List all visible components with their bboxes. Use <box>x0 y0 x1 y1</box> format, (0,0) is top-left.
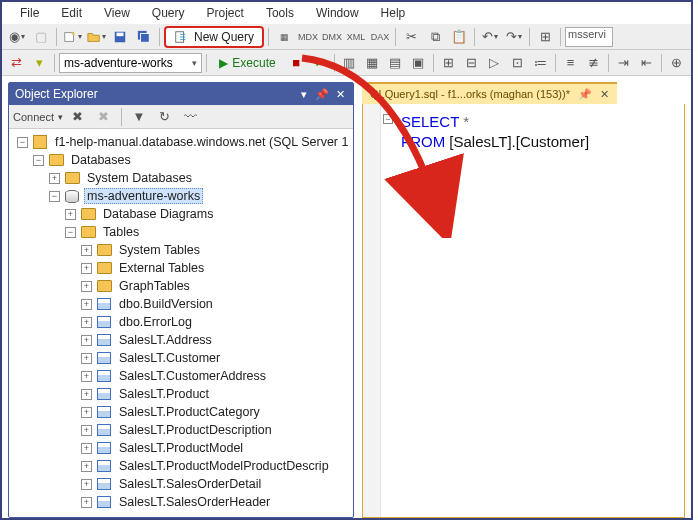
collapse-icon[interactable]: − <box>17 137 28 148</box>
refresh-button[interactable]: ↻ <box>154 106 176 128</box>
tree-db-diagrams-node[interactable]: +Database Diagrams <box>9 205 353 223</box>
plan-button[interactable]: ▥ <box>339 52 360 74</box>
stop-button[interactable]: ■ <box>286 52 307 74</box>
execute-button[interactable]: ▶ Execute <box>211 52 283 74</box>
expand-icon[interactable]: + <box>81 317 92 328</box>
expand-icon[interactable]: + <box>81 263 92 274</box>
menu-view[interactable]: View <box>94 4 140 22</box>
pin-icon[interactable]: 📌 <box>315 87 329 101</box>
sql-editor[interactable]: − SELECT * FROM [SalesLT].[Customer] <box>362 104 685 518</box>
open-button[interactable]: ▾ <box>85 26 107 48</box>
opt2-button[interactable]: ≔ <box>530 52 551 74</box>
properties-button[interactable]: ⊞ <box>534 26 556 48</box>
tree-table-node[interactable]: +SalesLT.ProductDescription <box>9 421 353 439</box>
expand-icon[interactable]: + <box>81 389 92 400</box>
editor-tab[interactable]: QLQuery1.sql - f1...orks (maghan (153))*… <box>362 82 617 104</box>
quick-launch-input[interactable]: msservi <box>565 27 613 47</box>
undo-button[interactable]: ↶▾ <box>479 26 501 48</box>
tree-external-tables-node[interactable]: +External Tables <box>9 259 353 277</box>
expand-icon[interactable]: + <box>81 425 92 436</box>
expand-icon[interactable]: + <box>81 371 92 382</box>
collapse-icon[interactable]: − <box>49 191 60 202</box>
expand-icon[interactable]: + <box>65 209 76 220</box>
menu-window[interactable]: Window <box>306 4 369 22</box>
menu-help[interactable]: Help <box>371 4 416 22</box>
tree-tables-node[interactable]: −Tables <box>9 223 353 241</box>
expand-icon[interactable]: + <box>81 461 92 472</box>
specify-values-button[interactable]: ⊕ <box>666 52 687 74</box>
tree-table-node[interactable]: +SalesLT.Customer <box>9 349 353 367</box>
tree-table-node[interactable]: +SalesLT.Address <box>9 331 353 349</box>
expand-icon[interactable]: + <box>81 479 92 490</box>
change-conn-button[interactable]: ⇄ <box>6 52 27 74</box>
menu-tools[interactable]: Tools <box>256 4 304 22</box>
menu-file[interactable]: File <box>10 4 49 22</box>
database-selector[interactable]: ms-adventure-works ▾ <box>59 53 202 73</box>
outline-collapse-icon[interactable]: − <box>383 114 393 124</box>
expand-icon[interactable]: + <box>81 407 92 418</box>
window-position-icon[interactable]: ▾ <box>297 87 311 101</box>
new-query-button[interactable]: New Query <box>164 26 264 48</box>
nav-fwd-button[interactable]: ▢ <box>30 26 52 48</box>
stop-explore-button[interactable]: ✖ <box>93 106 115 128</box>
db-icon[interactable]: ▾ <box>29 52 50 74</box>
expand-icon[interactable]: + <box>81 497 92 508</box>
results-text-button[interactable]: ▤ <box>385 52 406 74</box>
tree-table-node[interactable]: +SalesLT.Product <box>9 385 353 403</box>
collapse-icon[interactable]: − <box>33 155 44 166</box>
tree-table-node[interactable]: +dbo.ErrorLog <box>9 313 353 331</box>
pin-icon[interactable]: 📌 <box>578 88 592 101</box>
tree-table-node[interactable]: +SalesLT.SalesOrderHeader <box>9 493 353 511</box>
menu-edit[interactable]: Edit <box>51 4 92 22</box>
include-plan-button[interactable]: ⊞ <box>438 52 459 74</box>
client-stats-button[interactable]: ▷ <box>484 52 505 74</box>
tree-table-node[interactable]: +dbo.BuildVersion <box>9 295 353 313</box>
indent-button[interactable]: ⇥ <box>613 52 634 74</box>
paste-button[interactable]: 📋 <box>448 26 470 48</box>
filter-button[interactable]: ▼ <box>128 106 150 128</box>
tree-databases-node[interactable]: −Databases <box>9 151 353 169</box>
tree-table-node[interactable]: +SalesLT.ProductModelProductDescrip <box>9 457 353 475</box>
xe-button-2[interactable]: MDX <box>297 26 319 48</box>
expand-icon[interactable]: + <box>81 335 92 346</box>
results-file-button[interactable]: ▣ <box>408 52 429 74</box>
tree-table-node[interactable]: +SalesLT.ProductModel <box>9 439 353 457</box>
tree-server-node[interactable]: −f1-help-manual.database.windows.net (SQ… <box>9 133 353 151</box>
save-button[interactable] <box>109 26 131 48</box>
tree-graph-tables-node[interactable]: +GraphTables <box>9 277 353 295</box>
copy-button[interactable]: ⧉ <box>424 26 446 48</box>
uncomment-button[interactable]: ≢ <box>583 52 604 74</box>
expand-icon[interactable]: + <box>81 245 92 256</box>
redo-button[interactable]: ↷▾ <box>503 26 525 48</box>
tree-table-node[interactable]: +SalesLT.ProductCategory <box>9 403 353 421</box>
expand-icon[interactable]: + <box>81 353 92 364</box>
tree-table-node[interactable]: +SalesLT.SalesOrderDetail <box>9 475 353 493</box>
object-explorer-tree[interactable]: −f1-help-manual.database.windows.net (SQ… <box>9 129 353 517</box>
comment-button[interactable]: ≡ <box>560 52 581 74</box>
connect-button[interactable]: Connect <box>13 111 54 123</box>
xe-button-1[interactable]: ▦ <box>273 26 295 48</box>
xe-button-3[interactable]: DMX <box>321 26 343 48</box>
tree-system-tables-node[interactable]: +System Tables <box>9 241 353 259</box>
live-stats-button[interactable]: ⊟ <box>461 52 482 74</box>
nav-back-button[interactable]: ◉▾ <box>6 26 28 48</box>
xe-button-5[interactable]: DAX <box>369 26 391 48</box>
tree-user-db-node[interactable]: −ms-adventure-works <box>9 187 353 205</box>
collapse-icon[interactable]: − <box>65 227 76 238</box>
expand-icon[interactable]: + <box>49 173 60 184</box>
expand-icon[interactable]: + <box>81 281 92 292</box>
results-grid-button[interactable]: ▦ <box>362 52 383 74</box>
disconnect-button[interactable]: ✖ <box>67 106 89 128</box>
parse-button[interactable]: ✓ <box>309 52 330 74</box>
xe-button-4[interactable]: XML <box>345 26 367 48</box>
outdent-button[interactable]: ⇤ <box>636 52 657 74</box>
expand-icon[interactable]: + <box>81 443 92 454</box>
activity-icon[interactable]: 〰 <box>180 106 202 128</box>
opt1-button[interactable]: ⊡ <box>507 52 528 74</box>
tree-table-node[interactable]: +SalesLT.CustomerAddress <box>9 367 353 385</box>
expand-icon[interactable]: + <box>81 299 92 310</box>
menu-project[interactable]: Project <box>197 4 254 22</box>
new-project-button[interactable]: ▾ <box>61 26 83 48</box>
close-icon[interactable]: ✕ <box>333 87 347 101</box>
cut-button[interactable]: ✂ <box>400 26 422 48</box>
